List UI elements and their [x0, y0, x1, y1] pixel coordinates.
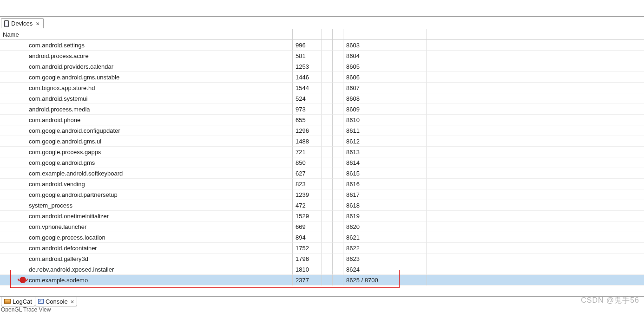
cell-pid[interactable]: 1752	[293, 243, 322, 254]
cell-port[interactable]: 8613	[343, 147, 427, 157]
cell-blank-a[interactable]	[322, 189, 333, 200]
cell-pid[interactable]: 1296	[293, 125, 322, 136]
cell-blank-a[interactable]	[322, 168, 333, 179]
cell-blank-b[interactable]	[333, 189, 343, 200]
cell-pid[interactable]: 1529	[293, 211, 322, 221]
process-table[interactable]: com.android.settings9968603android.proce…	[0, 40, 644, 286]
cell-blank-b[interactable]	[333, 115, 343, 125]
cell-name[interactable]: com.android.defcontainer	[0, 243, 293, 254]
cell-tail[interactable]	[427, 211, 644, 221]
cell-blank-a[interactable]	[322, 93, 333, 104]
cell-blank-b[interactable]	[333, 147, 343, 157]
cell-port[interactable]: 8612	[343, 136, 427, 147]
tab-console[interactable]: Console ✕	[35, 297, 78, 306]
cell-name[interactable]: com.bignox.app.store.hd	[0, 83, 293, 93]
cell-pid[interactable]: 850	[293, 157, 322, 168]
cell-blank-a[interactable]	[322, 243, 333, 254]
cell-port[interactable]: 8621	[343, 232, 427, 243]
cell-tail[interactable]	[427, 136, 644, 147]
cell-blank-b[interactable]	[333, 83, 343, 93]
cell-port[interactable]: 8619	[343, 211, 427, 221]
cell-pid[interactable]: 1796	[293, 254, 322, 264]
cell-tail[interactable]	[427, 232, 644, 243]
cell-tail[interactable]	[427, 83, 644, 93]
cell-tail[interactable]	[427, 168, 644, 179]
cell-name[interactable]: com.android.gallery3d	[0, 254, 293, 264]
cell-name[interactable]: com.android.systemui	[0, 93, 293, 104]
cell-tail[interactable]	[427, 221, 644, 232]
cell-blank-a[interactable]	[322, 232, 333, 243]
cell-blank-a[interactable]	[322, 221, 333, 232]
cell-blank-a[interactable]	[322, 211, 333, 221]
cell-blank-a[interactable]	[322, 275, 333, 286]
cell-blank-a[interactable]	[322, 147, 333, 157]
cell-name[interactable]: com.google.android.gms.unstable	[0, 72, 293, 83]
cell-pid[interactable]: 669	[293, 221, 322, 232]
cell-blank-b[interactable]	[333, 243, 343, 254]
cell-pid[interactable]: 1239	[293, 189, 322, 200]
cell-pid[interactable]: 973	[293, 104, 322, 115]
cell-blank-b[interactable]	[333, 157, 343, 168]
cell-tail[interactable]	[427, 254, 644, 264]
cell-tail[interactable]	[427, 179, 644, 189]
cell-port[interactable]: 8605	[343, 61, 427, 72]
cell-blank-a[interactable]	[322, 125, 333, 136]
cell-blank-a[interactable]	[322, 115, 333, 125]
cell-tail[interactable]	[427, 275, 644, 286]
cell-blank-a[interactable]	[322, 72, 333, 83]
cell-blank-b[interactable]	[333, 232, 343, 243]
cell-tail[interactable]	[427, 51, 644, 61]
cell-name[interactable]: com.android.settings	[0, 40, 293, 51]
cell-pid[interactable]: 581	[293, 51, 322, 61]
cell-name[interactable]: com.android.onetimeinitializer	[0, 211, 293, 221]
cell-blank-a[interactable]	[322, 40, 333, 51]
cell-blank-a[interactable]	[322, 104, 333, 115]
cell-name[interactable]: de.robv.android.xposed.installer	[0, 264, 293, 275]
cell-tail[interactable]	[427, 104, 644, 115]
cell-tail[interactable]	[427, 115, 644, 125]
cell-pid[interactable]: 1810	[293, 264, 322, 275]
cell-blank-a[interactable]	[322, 179, 333, 189]
cell-blank-a[interactable]	[322, 157, 333, 168]
tab-logcat[interactable]: LogCat	[1, 297, 35, 306]
cell-pid[interactable]: 524	[293, 93, 322, 104]
cell-tail[interactable]	[427, 200, 644, 211]
cell-tail[interactable]	[427, 189, 644, 200]
cell-blank-a[interactable]	[322, 264, 333, 275]
cell-tail[interactable]	[427, 72, 644, 83]
cell-blank-b[interactable]	[333, 51, 343, 61]
cell-port[interactable]: 8604	[343, 51, 427, 61]
cell-port[interactable]: 8615	[343, 168, 427, 179]
cell-name[interactable]: com.google.android.configupdater	[0, 125, 293, 136]
cell-pid[interactable]: 1446	[293, 72, 322, 83]
cell-name[interactable]: com.example.android.softkeyboard	[0, 168, 293, 179]
header-col-5[interactable]	[343, 29, 427, 39]
cell-port[interactable]: 8610	[343, 115, 427, 125]
cell-name[interactable]: com.google.android.gms.ui	[0, 136, 293, 147]
cell-tail[interactable]	[427, 264, 644, 275]
cell-name[interactable]: com.google.android.partnersetup	[0, 189, 293, 200]
cell-blank-a[interactable]	[322, 51, 333, 61]
cell-name[interactable]: com.android.providers.calendar	[0, 61, 293, 72]
cell-pid[interactable]: 721	[293, 147, 322, 157]
cell-name[interactable]: com.android.vending	[0, 179, 293, 189]
cell-blank-b[interactable]	[333, 254, 343, 264]
cell-port[interactable]: 8606	[343, 72, 427, 83]
cell-port[interactable]: 8617	[343, 189, 427, 200]
cell-port[interactable]: 8607	[343, 83, 427, 93]
cell-tail[interactable]	[427, 40, 644, 51]
cell-pid[interactable]: 1253	[293, 61, 322, 72]
cell-blank-a[interactable]	[322, 200, 333, 211]
cell-blank-b[interactable]	[333, 200, 343, 211]
cell-name[interactable]: com.android.phone	[0, 115, 293, 125]
cell-tail[interactable]	[427, 125, 644, 136]
cell-blank-a[interactable]	[322, 254, 333, 264]
cell-tail[interactable]	[427, 157, 644, 168]
cell-pid[interactable]: 894	[293, 232, 322, 243]
close-icon[interactable]: ✕	[36, 20, 39, 27]
cell-pid[interactable]: 823	[293, 179, 322, 189]
cell-pid[interactable]: 1544	[293, 83, 322, 93]
cell-blank-b[interactable]	[333, 125, 343, 136]
cell-port[interactable]: 8625 / 8700	[343, 275, 427, 286]
header-col-4[interactable]	[333, 29, 343, 39]
